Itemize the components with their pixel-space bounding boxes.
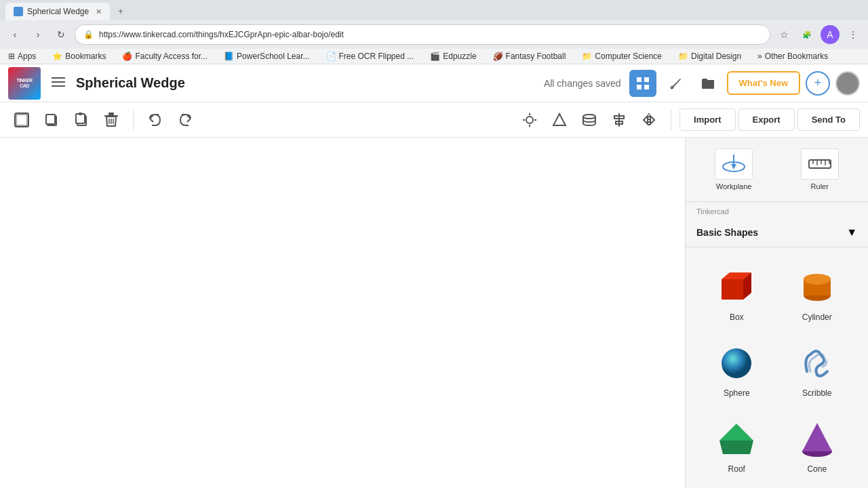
roof-shape-icon <box>715 418 758 459</box>
whats-new-button[interactable]: What's New <box>727 71 800 95</box>
bookmark-star[interactable]: ☆ <box>774 25 793 44</box>
scribble-shape-icon <box>795 342 839 383</box>
bookmark-powerschool[interactable]: 📘 PowerSchool Lear... <box>221 51 312 62</box>
sphere-shape-icon <box>715 342 758 383</box>
folder-button[interactable] <box>694 70 722 97</box>
forward-button[interactable]: › <box>28 25 47 44</box>
copy-button[interactable] <box>38 106 65 134</box>
grid-view-button[interactable] <box>629 70 656 97</box>
toolbar: Import Export Send To <box>0 102 868 138</box>
svg-point-25 <box>583 115 595 119</box>
shape-item-sphere[interactable]: Sphere <box>696 334 777 410</box>
scribble-svg <box>797 344 837 382</box>
address-bar[interactable]: 🔒 https://www.tinkercad.com/things/hxEJC… <box>75 24 770 45</box>
main-area: ↑ <box>0 138 868 488</box>
svg-rect-16 <box>108 113 114 115</box>
export-button[interactable]: Export <box>738 108 795 131</box>
profile-btn[interactable]: A <box>821 25 840 44</box>
paste-in-place-button[interactable] <box>68 106 95 134</box>
roof-label: Roof <box>728 464 745 474</box>
shape-item-scribble[interactable]: Scribble <box>777 334 858 410</box>
tools-view-button[interactable] <box>662 70 689 97</box>
active-tab[interactable]: Spherical Wedge ✕ <box>5 3 110 20</box>
faculty-label: Faculty Access for... <box>135 52 208 61</box>
url-text: https://www.tinkercad.com/things/hxEJCGp… <box>99 30 344 39</box>
folder-icon <box>701 77 715 89</box>
shapes-grid: Box Cylinder <box>686 247 868 488</box>
bookmarks-icon: ⭐ <box>52 52 62 61</box>
bookmark-faculty[interactable]: 🍎 Faculty Access for... <box>119 51 210 62</box>
cone-svg <box>797 420 837 458</box>
box-shape-icon <box>715 266 758 307</box>
mirror-icon <box>642 113 656 127</box>
wrench-icon <box>669 77 682 90</box>
bookmarks-bar: ⊞ Apps ⭐ Bookmarks 🍎 Faculty Access for.… <box>0 49 868 64</box>
bookmark-apps[interactable]: ⊞ Apps <box>5 51 39 62</box>
svg-rect-3 <box>637 77 642 82</box>
edpuzzle-icon: 🎬 <box>430 52 440 61</box>
paste-icon <box>74 113 89 127</box>
undo-button[interactable] <box>142 106 169 134</box>
svg-marker-63 <box>719 424 753 441</box>
import-button[interactable]: Import <box>679 108 735 131</box>
workplane-button[interactable]: Workplane <box>696 148 772 190</box>
bookmark-more[interactable]: » Other Bookmarks <box>755 51 831 62</box>
shape-item-cylinder[interactable]: Cylinder <box>777 258 858 334</box>
ruler-button[interactable]: Ruler <box>783 148 858 190</box>
grid-icon <box>636 77 650 90</box>
bookmark-ocr[interactable]: 📄 Free OCR Flipped ... <box>323 51 417 62</box>
extensions-btn[interactable]: 🧩 <box>797 25 816 44</box>
other-bookmarks-label: Other Bookmarks <box>765 52 828 61</box>
shape-item-box[interactable]: Box <box>696 258 777 334</box>
toolbar-separator-2 <box>671 110 671 130</box>
back-button[interactable]: ‹ <box>5 25 24 44</box>
light-button[interactable] <box>516 106 543 134</box>
faculty-icon: 🍎 <box>122 52 132 61</box>
browser-chrome: Spherical Wedge ✕ + ‹ › ↻ 🔒 https://www.… <box>0 0 868 64</box>
send-to-button[interactable]: Send To <box>797 108 860 131</box>
delete-button[interactable] <box>98 106 125 134</box>
svg-rect-14 <box>79 113 82 115</box>
add-user-button[interactable]: + <box>806 71 830 96</box>
layer-button[interactable] <box>576 106 603 134</box>
tab-close[interactable]: ✕ <box>96 7 102 16</box>
bookmark-bookmarks[interactable]: ⭐ Bookmarks <box>50 51 108 62</box>
workplane-ruler: Workplane <box>696 148 857 190</box>
svg-marker-64 <box>719 441 753 454</box>
avatar[interactable] <box>835 71 860 96</box>
apps-icon: ⊞ <box>8 52 15 61</box>
bookmark-dd[interactable]: 📁 Digital Design <box>675 51 744 62</box>
redo-button[interactable] <box>172 106 199 134</box>
bookmark-cs[interactable]: 📁 Computer Science <box>579 51 665 62</box>
svg-rect-11 <box>46 115 55 124</box>
cs-label: Computer Science <box>595 52 662 61</box>
copy-icon <box>44 113 59 127</box>
toolbar-separator-1 <box>133 110 134 130</box>
bookmark-edpuzzle[interactable]: 🎬 Edpuzzle <box>427 51 479 62</box>
cs-icon: 📁 <box>582 52 592 61</box>
align-button[interactable] <box>606 106 633 134</box>
browser-menu[interactable]: ⋮ <box>844 25 863 44</box>
svg-rect-6 <box>644 85 649 89</box>
shape-item-cone[interactable]: Cone <box>777 410 858 486</box>
svg-point-20 <box>526 117 533 123</box>
toolbar-right: Import Export Send To <box>516 106 860 134</box>
bookmark-fantasy[interactable]: 🏈 Fantasy Football <box>490 51 569 62</box>
svg-rect-2 <box>52 85 65 87</box>
svg-rect-9 <box>16 115 27 125</box>
roof-svg <box>716 420 757 458</box>
app-navbar: TINKERCAD Spherical Wedge All changes sa… <box>0 64 868 102</box>
reload-button[interactable]: ↻ <box>52 25 71 44</box>
shape-item-roof[interactable]: Roof <box>696 410 777 486</box>
svg-point-61 <box>804 274 831 285</box>
new-tab-btn[interactable]: + <box>111 3 130 20</box>
cone-shape-icon <box>795 418 839 459</box>
new-canvas-button[interactable] <box>8 106 35 134</box>
workplane-label: Workplane <box>716 182 751 190</box>
shapes-dropdown[interactable]: Basic Shapes ▼ <box>686 218 868 247</box>
mirror-button[interactable] <box>635 106 663 134</box>
shape-generator-button[interactable] <box>546 106 573 134</box>
sphere-svg <box>716 344 757 382</box>
shape-generator-icon <box>552 113 567 127</box>
menu-button[interactable] <box>49 73 68 93</box>
